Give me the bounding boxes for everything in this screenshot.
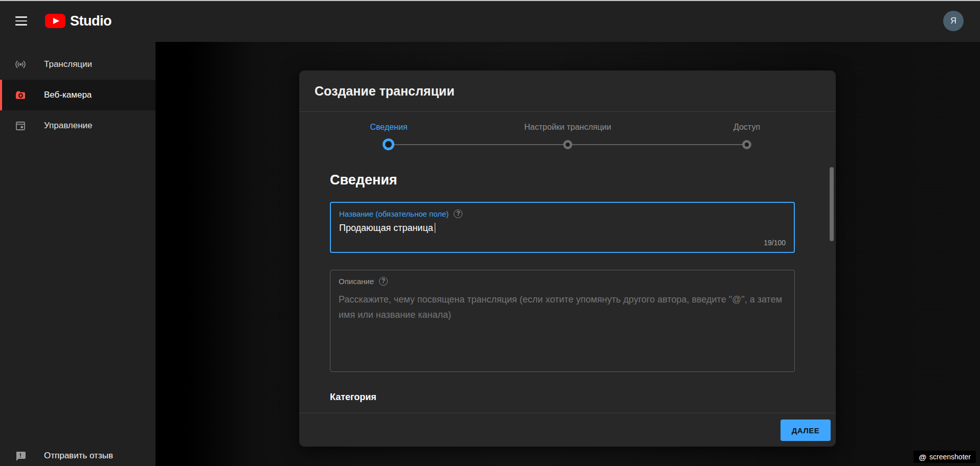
step-label-details[interactable]: Сведения [307, 123, 471, 132]
help-icon[interactable]: ? [379, 277, 388, 286]
step-dot-access[interactable] [742, 140, 751, 149]
description-field[interactable]: Описание ? Расскажите, чему посвящена тр… [330, 270, 795, 372]
feedback-icon [14, 450, 27, 462]
menu-button[interactable] [15, 0, 36, 42]
title-field[interactable]: Название (обязательное поле) ? Продающая… [330, 202, 795, 253]
help-icon[interactable]: ? [454, 209, 462, 218]
dialog-title: Создание трансляции [315, 84, 455, 99]
hamburger-icon [15, 16, 27, 18]
dialog-scrollbar-thumb[interactable] [830, 167, 834, 241]
step-connector [391, 144, 565, 145]
description-field-label: Описание [339, 277, 374, 286]
char-counter: 19/100 [764, 239, 786, 247]
step-dot-settings[interactable] [563, 140, 572, 149]
dialog-header: Создание трансляции [299, 71, 836, 111]
manage-calendar-icon [14, 120, 27, 132]
sidebar-item-manage[interactable]: Управление [0, 110, 155, 141]
title-field-value[interactable]: Продающая страница [339, 223, 786, 234]
broadcast-icon [14, 58, 27, 71]
step-label-settings[interactable]: Настройки трансляции [486, 123, 650, 132]
text-caret [435, 223, 436, 233]
section-title: Сведения [330, 172, 397, 188]
sidebar-item-broadcasts[interactable]: Трансляции [0, 49, 155, 80]
hamburger-icon [15, 20, 27, 22]
header-divider [299, 111, 836, 112]
send-feedback-button[interactable]: Отправить отзыв [0, 446, 155, 466]
feedback-label: Отправить отзыв [44, 451, 113, 461]
step-label-access[interactable]: Доступ [665, 123, 829, 132]
title-field-label: Название (обязательное поле) [339, 209, 449, 218]
youtube-studio-app: Studio Я Трансляции Веб-камера [0, 0, 980, 466]
screenshoter-watermark: @ screenshoter [914, 451, 976, 463]
category-label: Категория [330, 392, 376, 403]
step-dot-details[interactable] [383, 138, 394, 150]
watermark-label: screenshoter [929, 453, 971, 461]
description-placeholder: Расскажите, чему посвящена трансляция (е… [339, 292, 786, 322]
account-avatar[interactable]: Я [943, 11, 964, 31]
hamburger-icon [15, 24, 27, 26]
topbar: Studio Я [0, 0, 980, 42]
youtube-studio-logo[interactable]: Studio [45, 0, 112, 42]
top-edge-strip [0, 0, 980, 1]
sidebar-item-webcam[interactable]: Веб-камера [0, 80, 155, 110]
brand-name: Studio [70, 13, 112, 29]
at-icon: @ [919, 453, 926, 461]
sidebar-item-label: Управление [44, 121, 93, 131]
sidebar-item-label: Веб-камера [44, 90, 92, 100]
create-broadcast-dialog: Создание трансляции Сведения Настройки т… [299, 71, 836, 447]
next-button[interactable]: ДАЛЕЕ [781, 420, 831, 441]
sidebar: Трансляции Веб-камера Управление [0, 42, 155, 466]
step-connector [570, 144, 744, 145]
youtube-play-icon [45, 14, 65, 28]
sidebar-item-label: Трансляции [44, 59, 92, 69]
webcam-icon [14, 89, 27, 101]
dialog-footer: ДАЛЕЕ [299, 413, 836, 447]
